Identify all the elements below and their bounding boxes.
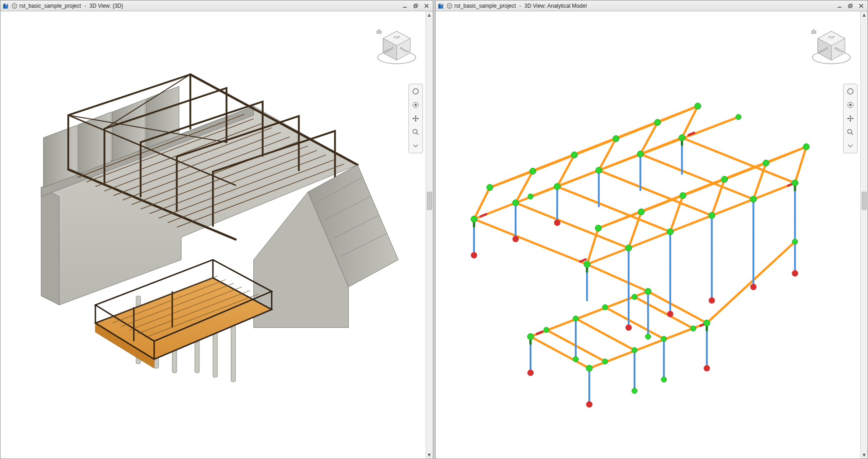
svg-rect-54 [849,5,851,8]
view-3d-icon [446,3,453,9]
svg-point-126 [721,176,727,183]
svg-point-142 [690,326,696,331]
right-titlebar[interactable]: rst_basic_sample_project - 3D View: Anal… [436,0,868,11]
nav-expand-icon[interactable] [410,140,421,151]
svg-point-125 [679,193,686,199]
svg-point-140 [631,347,637,353]
scroll-track[interactable] [426,19,433,451]
analytical-nodes [470,103,809,394]
navigation-bar[interactable] [843,84,858,153]
viewcube[interactable]: TOP FRONT RIGHT [809,25,854,70]
scroll-down-icon[interactable]: ▼ [426,451,433,459]
svg-rect-2 [415,4,417,7]
svg-point-141 [661,336,666,341]
svg-point-123 [595,225,601,232]
svg-point-90 [554,220,560,226]
svg-point-97 [586,401,592,407]
nav-full-button[interactable] [845,86,856,97]
viewcube[interactable]: TOP FRONT RIGHT [374,25,419,70]
svg-point-94 [750,284,756,290]
nav-full-button[interactable] [410,86,421,97]
slab-edge-front [41,188,59,305]
svg-line-100 [580,259,585,261]
svg-point-121 [654,119,660,126]
viewcube-top-label[interactable]: TOP [828,36,835,39]
svg-point-133 [645,288,651,294]
svg-point-129 [527,194,533,199]
right-title-view: 3D View: Analytical Model [524,3,587,9]
nav-pan-button[interactable] [410,113,421,124]
svg-point-51 [413,129,417,133]
left-titlebar[interactable]: rst_basic_sample_project - 3D View: {3D} [0,0,433,11]
svg-point-88 [470,252,477,258]
svg-point-50 [414,104,417,106]
minimize-button[interactable] [400,2,409,9]
svg-point-108 [595,167,602,174]
right-title-project: rst_basic_sample_project [455,3,516,9]
nav-pan-button[interactable] [845,113,856,124]
left-pane: rst_basic_sample_project - 3D View: {3D} [0,0,433,459]
svg-point-111 [583,261,590,267]
svg-point-96 [527,369,533,376]
svg-point-98 [703,365,710,371]
svg-point-132 [586,365,592,371]
svg-point-110 [678,135,685,141]
view-3d-icon [11,3,18,9]
scroll-up-icon[interactable]: ▲ [426,11,433,19]
nav-wheel-button[interactable] [410,99,421,110]
left-title-project: rst_basic_sample_project [19,3,81,9]
svg-marker-47 [377,29,381,33]
revit-app-icon [437,2,445,9]
left-viewport[interactable]: TOP FRONT RIGHT [0,11,433,459]
nav-zoom-button[interactable] [845,127,856,137]
svg-point-131 [527,333,533,340]
svg-point-139 [602,359,607,364]
close-button[interactable] [422,2,431,9]
restore-button[interactable] [411,2,420,9]
navigation-bar[interactable] [408,84,423,153]
nav-wheel-button[interactable] [845,99,856,110]
svg-line-157 [851,133,853,135]
scroll-track[interactable] [861,19,868,451]
svg-point-95 [792,270,798,276]
svg-point-118 [529,168,536,175]
scroll-thumb[interactable] [862,192,867,210]
scroll-down-icon[interactable]: ▼ [861,451,868,459]
left-3d-model[interactable] [0,11,426,459]
svg-point-134 [703,320,710,326]
title-separator: - [83,3,88,9]
svg-point-130 [735,114,741,120]
svg-point-138 [631,294,637,299]
svg-point-109 [637,151,643,157]
svg-point-115 [750,196,756,203]
svg-point-145 [631,388,637,393]
svg-point-122 [694,103,701,109]
svg-point-136 [573,316,578,321]
left-scrollbar[interactable]: ▲ ▼ [426,11,433,459]
svg-rect-1 [414,5,417,8]
svg-point-107 [554,184,560,190]
right-analytical-model[interactable] [436,11,861,459]
svg-point-112 [625,245,631,251]
svg-point-156 [848,129,852,133]
nav-zoom-button[interactable] [410,127,421,137]
svg-line-99 [480,214,486,217]
svg-point-92 [667,311,673,317]
right-scrollbar[interactable]: ▲ ▼ [860,11,868,459]
analytical-beams [474,106,806,369]
close-button[interactable] [857,2,866,9]
scroll-thumb[interactable] [427,192,432,210]
right-viewport[interactable]: TOP FRONT RIGHT ▲ ▼ [436,11,868,459]
svg-point-127 [763,160,769,166]
restore-button[interactable] [846,2,855,9]
revit-app-icon [2,2,9,9]
svg-point-93 [708,297,715,303]
svg-line-52 [417,133,418,135]
svg-point-114 [708,213,715,219]
scroll-up-icon[interactable]: ▲ [861,11,868,19]
svg-point-124 [638,209,644,215]
left-title-view: 3D View: {3D} [90,3,123,9]
nav-expand-icon[interactable] [845,140,856,151]
viewcube-top-label[interactable]: TOP [393,36,400,39]
minimize-button[interactable] [835,2,844,9]
